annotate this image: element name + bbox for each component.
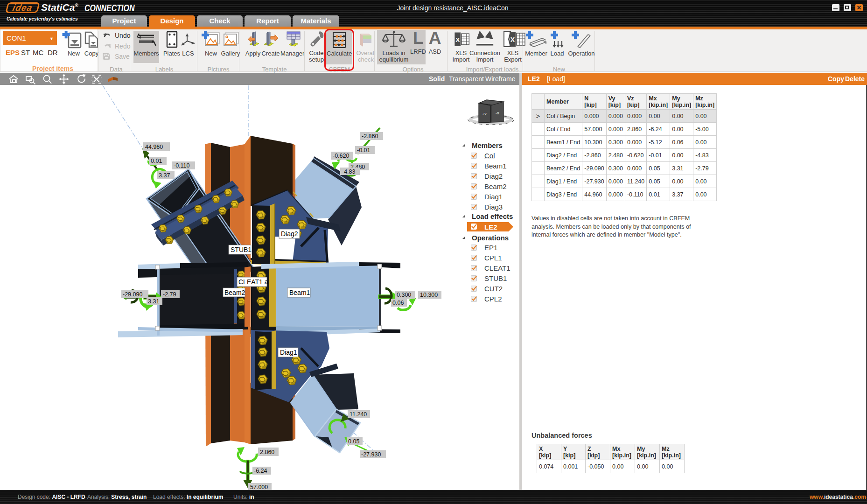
- svg-text:STUB1: STUB1: [231, 246, 252, 253]
- svg-text:Beam1: Beam1: [289, 289, 310, 296]
- svg-text:-4.83: -4.83: [342, 168, 356, 175]
- svg-text:-27.930: -27.930: [361, 451, 381, 458]
- svg-text:3.37: 3.37: [159, 172, 170, 179]
- svg-text:CLEAT1 a: CLEAT1 a: [238, 278, 268, 286]
- svg-text:0.01: 0.01: [151, 158, 162, 164]
- svg-text:57.000: 57.000: [250, 484, 268, 490]
- svg-text:2.860: 2.860: [260, 449, 274, 455]
- svg-text:-X: -X: [496, 111, 500, 115]
- svg-text:3.31: 3.31: [148, 298, 159, 305]
- svg-text:X: X: [510, 36, 515, 43]
- svg-text:-6.24: -6.24: [254, 468, 267, 474]
- svg-text:-2.79: -2.79: [163, 291, 176, 298]
- svg-text:0.300: 0.300: [397, 292, 411, 298]
- svg-text:Diag2: Diag2: [281, 230, 298, 238]
- svg-text:+Y: +Y: [482, 112, 487, 116]
- svg-text:X: X: [455, 36, 460, 43]
- svg-text:0.05: 0.05: [348, 438, 359, 445]
- svg-text:44.960: 44.960: [145, 144, 163, 150]
- svg-text:Beam2: Beam2: [224, 289, 245, 296]
- svg-text:-0.110: -0.110: [174, 162, 190, 169]
- svg-text:-2.860: -2.860: [362, 133, 378, 140]
- svg-text:-0.620: -0.620: [333, 153, 349, 159]
- svg-text:11.240: 11.240: [350, 411, 367, 418]
- svg-text:-29.090: -29.090: [123, 291, 142, 298]
- svg-text:Diag1: Diag1: [280, 349, 297, 356]
- svg-text:-0.01: -0.01: [357, 147, 371, 154]
- svg-text:10.300: 10.300: [420, 292, 438, 298]
- svg-text:0.06: 0.06: [392, 300, 404, 306]
